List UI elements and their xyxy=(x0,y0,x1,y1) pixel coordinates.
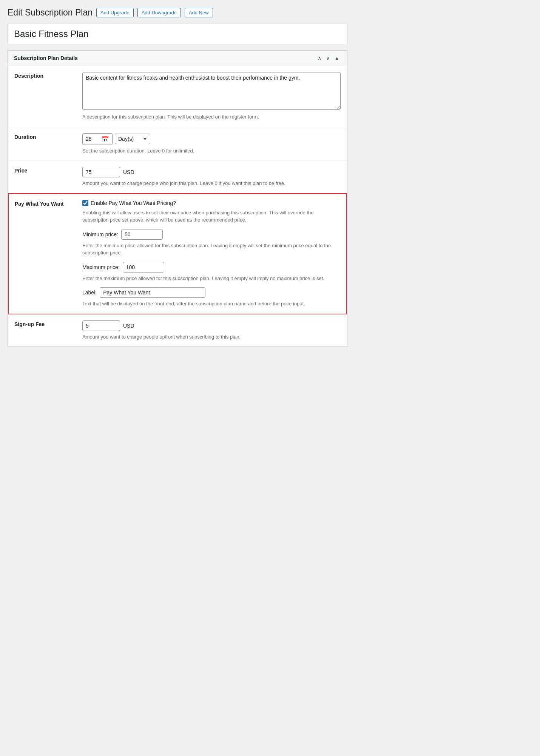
collapse-up-button[interactable]: ∧ xyxy=(316,54,323,62)
label-field-input[interactable] xyxy=(100,287,205,298)
duration-unit-select[interactable]: Day(s) Week(s) Month(s) Year(s) xyxy=(115,134,150,144)
min-price-label: Minimum price: xyxy=(82,231,118,237)
plan-name-wrapper xyxy=(8,24,347,44)
min-price-help: Enter the minimum price allowed for this… xyxy=(82,242,340,257)
add-downgrade-button[interactable]: Add Downgrade xyxy=(137,8,181,17)
signup-fee-label: Sign-up Fee xyxy=(8,314,76,347)
signup-fee-wrap: USD xyxy=(82,320,341,331)
pwyw-row: Pay What You Want Enable Pay What You Wa… xyxy=(8,194,347,314)
min-price-input[interactable] xyxy=(121,229,163,240)
pwyw-checkbox-wrap: Enable Pay What You Want Pricing? xyxy=(82,200,340,206)
pwyw-label: Pay What You Want xyxy=(8,194,76,314)
label-field-help: Text that will be displayed on the front… xyxy=(82,300,340,308)
section-controls: ∧ ∨ ▲ xyxy=(316,54,341,62)
page-title: Edit Subscription Plan xyxy=(8,8,93,18)
signup-fee-cell: USD Amount you want to charge people upf… xyxy=(76,314,347,347)
description-textarea[interactable]: Basic content for fitness freaks and hea… xyxy=(82,72,341,110)
max-price-help: Enter the maximum price allowed for this… xyxy=(82,275,340,282)
plan-name-input[interactable] xyxy=(14,29,341,39)
calendar-icon: 📅 xyxy=(102,135,109,143)
signup-fee-row: Sign-up Fee USD Amount you want to charg… xyxy=(8,314,347,347)
duration-label: Duration xyxy=(8,127,76,161)
price-row: Price USD Amount you want to charge peop… xyxy=(8,161,347,194)
description-row: Description Basic content for fitness fr… xyxy=(8,66,347,127)
price-input[interactable] xyxy=(82,167,120,177)
duration-cell: 📅 Day(s) Week(s) Month(s) Year(s) Set th… xyxy=(76,127,347,161)
price-cell: USD Amount you want to charge people who… xyxy=(76,161,347,194)
page-header: Edit Subscription Plan Add Upgrade Add D… xyxy=(8,8,347,18)
add-upgrade-button[interactable]: Add Upgrade xyxy=(96,8,134,17)
description-help: A description for this subscription plan… xyxy=(82,113,341,121)
max-price-label: Maximum price: xyxy=(82,264,120,270)
collapse-arrow-button[interactable]: ▲ xyxy=(333,54,341,62)
description-cell: Basic content for fitness freaks and hea… xyxy=(76,66,347,127)
pwyw-cell: Enable Pay What You Want Pricing? Enabli… xyxy=(76,194,347,314)
price-wrap: USD xyxy=(82,167,341,177)
pwyw-checkbox[interactable] xyxy=(82,200,88,206)
signup-fee-currency: USD xyxy=(123,323,134,329)
duration-wrap: 📅 Day(s) Week(s) Month(s) Year(s) xyxy=(82,133,341,145)
subscription-plan-details-section: Subscription Plan Details ∧ ∨ ▲ Descript… xyxy=(8,50,347,347)
max-price-input[interactable] xyxy=(123,262,164,273)
duration-row: Duration 📅 Day(s) Week(s) Month(s) Year(… xyxy=(8,127,347,161)
form-table: Description Basic content for fitness fr… xyxy=(8,66,347,346)
pwyw-description: Enabling this will allow users to set th… xyxy=(82,209,340,224)
price-label: Price xyxy=(8,161,76,194)
section-header: Subscription Plan Details ∧ ∨ ▲ xyxy=(8,51,347,66)
description-label: Description xyxy=(8,66,76,127)
min-price-field: Minimum price: xyxy=(82,229,340,240)
signup-fee-help: Amount you want to charge people upfront… xyxy=(82,333,341,341)
duration-number-wrap: 📅 xyxy=(82,133,113,145)
max-price-field: Maximum price: xyxy=(82,262,340,273)
label-field: Label: xyxy=(82,287,340,298)
price-help: Amount you want to charge people who joi… xyxy=(82,180,341,187)
duration-number-input[interactable] xyxy=(86,136,99,142)
price-currency: USD xyxy=(123,169,134,175)
signup-fee-input[interactable] xyxy=(82,320,120,331)
label-field-label: Label: xyxy=(82,289,97,296)
add-new-button[interactable]: Add New xyxy=(185,8,213,17)
section-title: Subscription Plan Details xyxy=(14,55,78,61)
collapse-down-button[interactable]: ∨ xyxy=(324,54,331,62)
duration-help: Set the subscription duration. Leave 0 f… xyxy=(82,147,341,155)
pwyw-checkbox-label[interactable]: Enable Pay What You Want Pricing? xyxy=(91,200,176,206)
